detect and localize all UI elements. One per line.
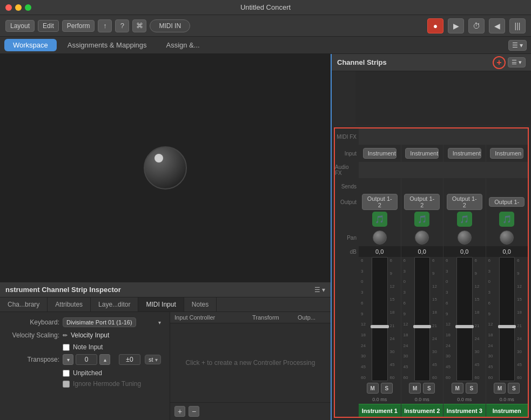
strip4-name-bar: Instrumen — [486, 404, 528, 417]
minimize-button[interactable] — [15, 4, 22, 11]
strip3-mute-button[interactable]: M — [452, 383, 463, 394]
nav-menu-button[interactable]: ☰ ▾ — [508, 40, 527, 51]
tab-assignments[interactable]: Assignments & Mappings — [59, 39, 156, 51]
strip4-time: 0.0 ms — [486, 395, 528, 404]
transpose-controls: ▾ 0 ▴ ±0 st — [63, 354, 161, 365]
ignore-hermode-checkbox[interactable] — [63, 381, 70, 388]
tab-midi-input[interactable]: MIDI Input — [138, 297, 184, 311]
strip3-fader-handle[interactable] — [455, 325, 474, 328]
strip4-mute-button[interactable]: M — [494, 383, 506, 394]
strip2-icon-box[interactable]: 🎵 — [414, 212, 429, 227]
strip3-pan — [443, 229, 486, 246]
strip3-fader-track[interactable] — [456, 257, 473, 381]
strip1-icon-box[interactable]: 🎵 — [372, 212, 387, 227]
add-strip-button[interactable]: + — [493, 56, 506, 69]
strips-container: Instrument Output 1-2 🎵 — [359, 128, 528, 417]
transpose-value[interactable]: 0 — [76, 354, 97, 365]
note-input-checkbox[interactable] — [63, 344, 70, 351]
tab-assign[interactable]: Assign &... — [157, 39, 208, 51]
strip2-input-button[interactable]: Instrument — [405, 148, 439, 159]
label-pan: Pan — [335, 229, 359, 246]
strip2-audio-fx — [401, 162, 443, 178]
inspector-title: nstrument Channel Strip Inspector — [5, 286, 121, 294]
workspace-area — [0, 54, 331, 282]
strip2-time-value: 0.0 ms — [415, 397, 429, 402]
strip2-output-button[interactable]: Output 1-2 — [404, 194, 440, 210]
strip4-icon-box[interactable]: 🎵 — [499, 212, 514, 227]
strip1-input-button[interactable]: Instrument — [363, 148, 396, 159]
close-button[interactable] — [5, 4, 12, 11]
unpitched-label[interactable]: Unpitched — [73, 369, 102, 377]
transpose-pm-value[interactable]: ±0 — [119, 354, 140, 365]
strip3-pan-knob[interactable] — [458, 231, 472, 245]
strip4-pan-knob[interactable] — [500, 231, 514, 245]
strip2-fader-track[interactable] — [414, 257, 431, 381]
inspector-menu-icon[interactable]: ☰ ▾ — [314, 286, 325, 294]
midi-in-button[interactable]: MIDI IN — [150, 19, 190, 32]
transpose-up-button[interactable]: ▴ — [99, 354, 110, 365]
strip4-fader-track[interactable] — [499, 257, 515, 381]
transpose-down-button[interactable]: ▾ — [63, 354, 73, 365]
record-button[interactable]: ● — [427, 18, 443, 33]
keyboard-label: Keyboard: — [5, 319, 59, 326]
strip4-input-button[interactable]: Instrumen — [490, 148, 523, 159]
strips-area: MIDI FX Input Audio FX Sends Output Pan … — [334, 127, 529, 418]
strip4-output: Output 1- — [486, 194, 528, 209]
strip4-fader-handle[interactable] — [498, 325, 516, 328]
strip2-mute-button[interactable]: M — [409, 383, 421, 394]
strip1-pan-knob[interactable] — [373, 231, 387, 245]
add-controller-button[interactable]: + — [174, 406, 185, 417]
tab-attributes[interactable]: Attributes — [48, 297, 91, 311]
remove-controller-button[interactable]: − — [189, 406, 199, 417]
rewind-button[interactable]: ◀ — [489, 18, 505, 33]
link-icon[interactable]: ⌘ — [132, 19, 146, 32]
strip1-fader-scale: 630369121824304560 — [361, 257, 369, 381]
strip2-pan-knob[interactable] — [415, 231, 429, 245]
col-input-controller: Input Controller — [174, 314, 250, 321]
strip3-input-button[interactable]: Instrument — [448, 148, 481, 159]
transpose-unit-select[interactable]: st — [145, 355, 161, 364]
strip1-solo-button[interactable]: S — [381, 383, 393, 394]
label-icon — [335, 209, 359, 229]
unpitched-checkbox[interactable] — [63, 370, 70, 377]
strip2-fader-handle[interactable] — [413, 325, 432, 328]
play-button[interactable]: ▶ — [448, 18, 464, 33]
info-icon[interactable]: ? — [115, 19, 129, 32]
knob[interactable] — [144, 146, 187, 189]
ignore-hermode-label[interactable]: Ignore Hermode Tuning — [73, 380, 141, 388]
edit-button[interactable]: Edit — [38, 20, 59, 32]
strip4-pan — [486, 229, 528, 246]
strip1-mute-button[interactable]: M — [367, 383, 379, 394]
strip4-fader-scale: 630369121824304560 — [488, 257, 497, 381]
share-icon[interactable]: ↑ — [98, 19, 112, 32]
midi-content: Click + to create a new Controller Proce… — [170, 323, 331, 402]
channel-strips-menu-button[interactable]: ☰ ▾ — [508, 57, 526, 67]
layout-button[interactable]: Layout — [5, 20, 35, 32]
strip3-output-button[interactable]: Output 1-2 — [447, 194, 482, 210]
strip2-ms-buttons: M S — [401, 381, 443, 395]
strip4-db: 0,0 — [486, 246, 528, 257]
strip2-solo-button[interactable]: S — [423, 383, 435, 394]
perform-button[interactable]: Perform — [62, 20, 95, 32]
tab-laye-ditor[interactable]: Laye...ditor — [91, 297, 138, 311]
strip3-icon-box[interactable]: 🎵 — [457, 212, 472, 227]
velocity-indicator: ✏ Velocity Input — [63, 331, 164, 339]
tab-workspace[interactable]: Workspace — [4, 39, 57, 51]
maximize-button[interactable] — [25, 4, 31, 11]
main-nav: Workspace Assignments & Mappings Assign … — [0, 37, 531, 54]
note-input-label[interactable]: Note Input — [73, 343, 103, 351]
tab-notes[interactable]: Notes — [184, 297, 217, 311]
strip3-solo-button[interactable]: S — [466, 383, 478, 394]
keyboard-select[interactable]: Divisimate Port 01 (1-16) — [63, 317, 136, 327]
strip4-solo-button[interactable]: S — [508, 383, 520, 394]
strip1-fader-handle[interactable] — [371, 325, 389, 328]
strip4-output-button[interactable]: Output 1- — [489, 197, 525, 207]
inspector-content: Keyboard: Divisimate Port 01 (1-16) Velo… — [0, 312, 331, 420]
strip2-output: Output 1-2 — [401, 194, 443, 209]
mixer-button[interactable]: ||| — [509, 18, 526, 33]
strip1-fader-track[interactable] — [372, 257, 388, 381]
label-time — [335, 395, 359, 404]
metronome-button[interactable]: ⏱ — [468, 18, 485, 33]
tab-cha-library[interactable]: Cha...brary — [0, 297, 48, 311]
strip1-output-button[interactable]: Output 1-2 — [362, 194, 398, 210]
